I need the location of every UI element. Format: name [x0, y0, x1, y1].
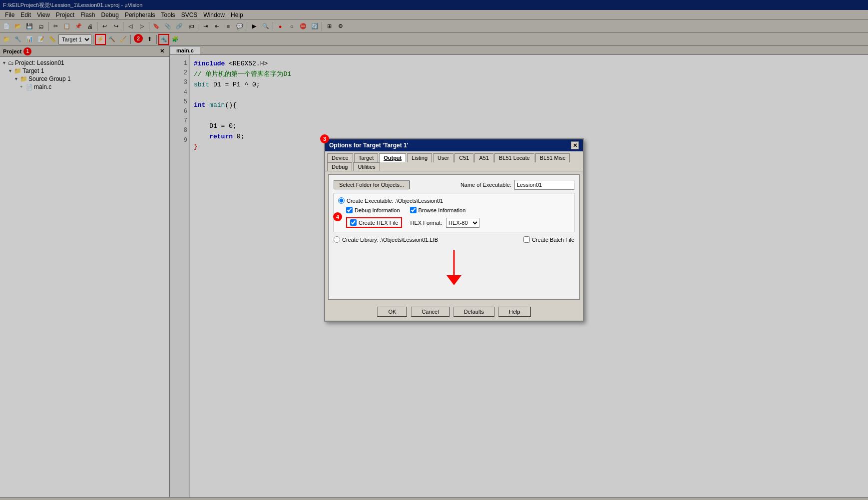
modal-tab-bl51-misc[interactable]: BL51 Misc [535, 153, 570, 162]
modal-footer: OK Cancel Defaults Help [325, 303, 583, 321]
exec-name-label: Name of Executable: [460, 182, 511, 188]
browse-info-label: Browse Information [419, 207, 466, 213]
modal-tab-bl51-locate[interactable]: BL51 Locate [494, 153, 534, 162]
svg-marker-1 [446, 275, 461, 285]
debug-info-label: Debug Information [355, 207, 400, 213]
hex-format-label: HEX Format: [410, 220, 442, 226]
cancel-btn[interactable]: Cancel [411, 307, 449, 317]
browse-info-checkbox[interactable] [410, 207, 417, 213]
select-folder-btn[interactable]: Select Folder for Objects... [334, 180, 410, 189]
create-exec-section: Create Executable: .\Objects\Lession01 D… [334, 193, 574, 232]
modal-tab-debug[interactable]: Debug [327, 162, 352, 171]
badge3: 3 [320, 134, 329, 143]
modal-overlay: 3 Options for Target 'Target 1' ✕ Device… [0, 0, 868, 500]
modal-tab-utilities[interactable]: Utilities [353, 162, 380, 171]
modal-title-bar: Options for Target 'Target 1' ✕ [325, 139, 583, 151]
browse-info-row: Browse Information [410, 207, 466, 213]
modal-tab-output[interactable]: Output [379, 153, 406, 162]
create-batch-checkbox[interactable] [523, 236, 530, 243]
create-lib-label: Create Library: .\Objects\Lession01.LIB [342, 237, 438, 243]
create-hex-highlight: Create HEX File [346, 217, 402, 228]
annotation-arrow [334, 248, 574, 289]
modal-tab-user[interactable]: User [433, 153, 453, 162]
create-lib-row: Create Library: .\Objects\Lession01.LIB … [334, 236, 574, 243]
create-batch-label: Create Batch File [532, 237, 574, 243]
create-hex-label: Create HEX File [359, 220, 398, 226]
ok-btn[interactable]: OK [377, 307, 407, 317]
debug-info-row: Debug Information [346, 207, 400, 213]
modal-tab-listing[interactable]: Listing [407, 153, 432, 162]
modal-tab-device[interactable]: Device [327, 153, 353, 162]
modal-close-btn[interactable]: ✕ [571, 141, 579, 149]
modal-title-text: Options for Target 'Target 1' [329, 142, 409, 149]
modal-tab-c51[interactable]: C51 [454, 153, 473, 162]
modal-body: Select Folder for Objects... Name of Exe… [328, 174, 580, 300]
help-btn[interactable]: Help [498, 307, 531, 317]
create-exec-row: Create Executable: .\Objects\Lession01 [338, 197, 570, 204]
options-dialog: 3 Options for Target 'Target 1' ✕ Device… [324, 138, 584, 322]
modal-tab-bar: Device Target Output Listing User C51 A5… [325, 151, 583, 171]
create-lib-radio[interactable] [334, 236, 340, 243]
defaults-btn[interactable]: Defaults [453, 307, 494, 317]
hex-format-select[interactable]: HEX-80 HEX-386 [446, 218, 479, 228]
badge4: 4 [333, 212, 342, 221]
exec-name-input[interactable] [514, 180, 574, 190]
modal-tab-target[interactable]: Target [354, 153, 379, 162]
create-exec-label: Create Executable: .\Objects\Lession01 [347, 198, 443, 204]
debug-info-checkbox[interactable] [346, 207, 353, 213]
modal-tab-a51[interactable]: A51 [474, 153, 493, 162]
create-hex-checkbox[interactable] [350, 219, 357, 226]
create-exec-radio[interactable] [338, 197, 345, 204]
modal-row-folder: Select Folder for Objects... Name of Exe… [334, 180, 574, 190]
